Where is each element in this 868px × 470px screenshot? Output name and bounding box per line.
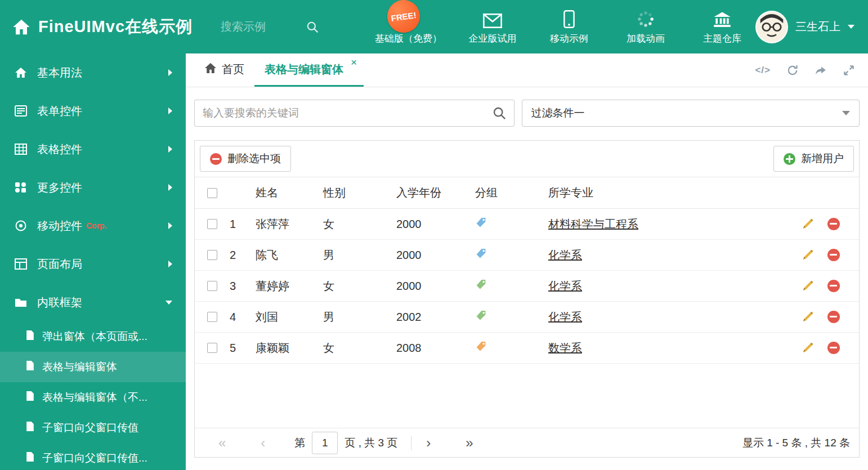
form-icon [14, 105, 28, 117]
edit-pencil-icon[interactable] [802, 311, 814, 323]
sidebar: 基本用法 表单控件 表格控件 更多控件 移动控件 Corp. [0, 53, 186, 470]
select-all-checkbox[interactable] [207, 188, 217, 198]
menu-item-enterprise-trial[interactable]: 企业版试用 [467, 9, 518, 45]
search-icon[interactable] [493, 106, 506, 120]
table-row: 2 陈飞 男 2000 化学系 [195, 240, 859, 271]
cell-name: 康颖颖 [256, 341, 323, 356]
page-number-input[interactable] [312, 432, 338, 454]
sidebar-subitem-label: 弹出窗体（本页面或... [42, 329, 147, 344]
cell-name: 刘国 [256, 310, 323, 325]
edit-pencil-icon[interactable] [802, 342, 814, 354]
search-icon[interactable] [306, 21, 319, 33]
sidebar-subitem-grid-edit-window[interactable]: 表格与编辑窗体 [0, 352, 186, 382]
sidebar-subitem-label: 子窗口向父窗口传值 [42, 420, 138, 435]
major-link[interactable]: 材料科学与工程系 [548, 218, 638, 230]
major-link[interactable]: 化学系 [548, 280, 582, 292]
menu-item-mobile-demo[interactable]: 移动示例 [543, 9, 595, 45]
column-header-year[interactable]: 入学年份 [396, 185, 475, 200]
cell-name: 陈飞 [256, 248, 323, 263]
mobile-icon [563, 9, 575, 28]
edit-pencil-icon[interactable] [802, 249, 814, 261]
user-menu[interactable]: 三生石上 [755, 11, 854, 43]
topbar-search-input[interactable] [220, 20, 304, 34]
major-link[interactable]: 化学系 [548, 311, 582, 323]
refresh-icon[interactable] [786, 64, 799, 77]
sidebar-item-more-controls[interactable]: 更多控件 [0, 168, 186, 207]
sidebar-item-label: 基本用法 [37, 65, 82, 80]
delete-selected-button[interactable]: 删除选中项 [200, 146, 291, 172]
page-label-prefix: 第 [294, 436, 305, 450]
menu-item-loading-animation[interactable]: 加载动画 [620, 9, 672, 45]
delete-row-icon[interactable] [827, 249, 840, 261]
sidebar-item-mobile-controls[interactable]: 移动控件 Corp. [0, 207, 186, 245]
tab-home[interactable]: 首页 [194, 53, 254, 87]
keyword-search-input[interactable] [195, 107, 493, 119]
button-label: 删除选中项 [227, 151, 281, 166]
keyword-searchbox [194, 100, 514, 127]
first-page-button[interactable]: « [218, 436, 226, 450]
delete-row-icon[interactable] [827, 342, 840, 354]
column-header-gender[interactable]: 性别 [323, 185, 396, 200]
sidebar-item-page-layout[interactable]: 页面布局 [0, 245, 186, 283]
delete-row-icon[interactable] [827, 311, 840, 323]
cell-gender: 男 [323, 248, 396, 263]
menu-item-theme-store[interactable]: 主题仓库 [696, 9, 748, 45]
file-icon [26, 421, 34, 435]
more-controls-icon [14, 182, 28, 193]
table-icon [14, 144, 28, 155]
file-icon [26, 391, 34, 404]
filter-dropdown[interactable]: 过滤条件一 [522, 100, 860, 127]
sidebar-subitem-child-to-parent[interactable]: 子窗口向父窗口传值 [0, 413, 186, 443]
sidebar-subitem-grid-edit-window-2[interactable]: 表格与编辑窗体（不... [0, 382, 186, 413]
row-number: 2 [230, 249, 256, 262]
sidebar-item-grid-controls[interactable]: 表格控件 [0, 130, 186, 168]
chevron-right-icon [168, 108, 172, 114]
row-checkbox[interactable] [207, 312, 217, 322]
table-row: 5 康颖颖 女 2008 数学系 [195, 333, 859, 364]
column-header-name[interactable]: 姓名 [256, 185, 323, 200]
major-link[interactable]: 化学系 [548, 249, 582, 261]
column-header-group[interactable]: 分组 [475, 185, 548, 200]
tab-grid-edit-window[interactable]: 表格与编辑窗体 × [254, 53, 364, 87]
plus-circle-icon [784, 153, 795, 165]
column-header-major[interactable]: 所学专业 [548, 185, 785, 200]
row-checkbox[interactable] [207, 281, 217, 291]
grid-panel: 删除选中项 新增用户 姓名 性别 入学年份 分组 所学专业 [194, 140, 860, 458]
row-checkbox[interactable] [207, 250, 217, 260]
sidebar-item-form-controls[interactable]: 表单控件 [0, 92, 186, 130]
next-page-button[interactable]: › [426, 436, 431, 450]
sidebar-item-inline-frame[interactable]: 内联框架 [0, 283, 186, 321]
forward-icon[interactable] [815, 64, 827, 77]
prev-page-button[interactable]: ‹ [261, 436, 265, 450]
topbar-search [220, 20, 319, 34]
sidebar-subitem-label: 子窗口向父窗口传值... [42, 451, 147, 465]
delete-row-icon[interactable] [827, 218, 840, 230]
last-page-button[interactable]: » [466, 436, 473, 450]
chevron-down-icon [848, 25, 854, 29]
sidebar-item-basic-usage[interactable]: 基本用法 [0, 53, 186, 92]
sidebar-subitem-popup-window[interactable]: 弹出窗体（本页面或... [0, 321, 186, 352]
add-user-button[interactable]: 新增用户 [773, 146, 854, 172]
home-icon[interactable] [12, 19, 30, 35]
expand-icon[interactable] [843, 64, 855, 77]
sidebar-item-label: 表格控件 [37, 142, 82, 157]
tab-tools: </> [755, 53, 860, 87]
row-number: 1 [230, 218, 256, 231]
row-checkbox[interactable] [207, 343, 217, 353]
pagination-bar: « ‹ 第 页 , 共 3 页 › » 显示 1 - 5 条 , 共 12 条 [195, 428, 859, 457]
close-icon[interactable]: × [351, 57, 357, 68]
row-checkbox[interactable] [207, 219, 217, 229]
sidebar-item-label: 表单控件 [37, 104, 82, 119]
delete-row-icon[interactable] [827, 280, 840, 292]
sidebar-subitem-child-to-parent-2[interactable]: 子窗口向父窗口传值... [0, 443, 186, 470]
corp-badge: Corp. [86, 221, 107, 230]
cell-gender: 女 [323, 341, 396, 356]
tag-icon [475, 341, 487, 352]
source-code-icon[interactable]: </> [755, 65, 771, 76]
menu-item-label: 企业版试用 [469, 32, 517, 45]
edit-pencil-icon[interactable] [802, 218, 814, 230]
sidebar-subitem-label: 表格与编辑窗体 [42, 360, 117, 374]
edit-pencil-icon[interactable] [802, 280, 814, 292]
user-name: 三生石上 [795, 19, 840, 34]
major-link[interactable]: 数学系 [548, 342, 582, 354]
